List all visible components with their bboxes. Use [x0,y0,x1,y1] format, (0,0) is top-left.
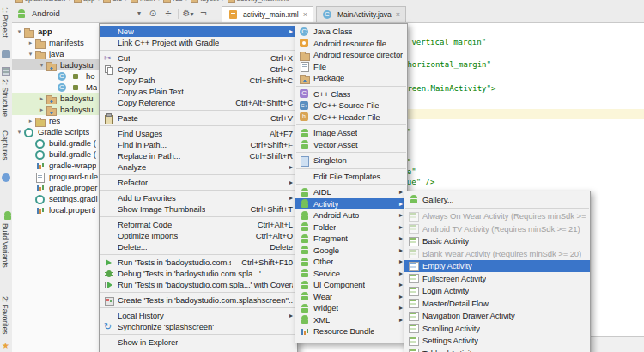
locate-icon[interactable]: ⊙ [145,9,161,18]
menu-item-refactor[interactable]: Refactor▸ [100,177,297,188]
menu-item-debug-tests-in-badoystudio-com-spla-[interactable]: Debug 'Tests in 'badoystudio.com.spla...… [100,268,297,279]
project-icon[interactable] [2,50,10,58]
tree-collapse-arrow-icon[interactable]: ▾ [15,28,23,35]
menu-item-find-usages[interactable]: Find UsagesAlt+F7 [100,128,297,139]
menu-item-copy[interactable]: CopyCtrl+C [100,64,297,75]
menu-item-master-detail-flow[interactable]: Master/Detail Flow [404,297,590,310]
tree-collapse-arrow-icon[interactable]: ▾ [27,51,34,58]
android-icon[interactable] [2,210,12,221]
menu-item-local-history[interactable]: Local History▸ [100,310,297,321]
menu-item-resource-bundle[interactable]: Resource Bundle [295,325,407,337]
tree-expand-arrow-icon[interactable]: ▸ [38,106,46,113]
menu-item-google[interactable]: Google▸ [295,245,407,257]
menu-item-create-tests-in-badoystudio-com-splashsc[interactable]: Create 'Tests in 'badoystudio.com.splash… [100,294,297,306]
menu-item-empty-activity[interactable]: Empty Activity [404,260,590,273]
menu-item-c-c-header-file[interactable]: C/C++ Header File [295,112,407,124]
menu-item-login-activity[interactable]: Login Activity [404,285,590,298]
menu-item-cut[interactable]: CutCtrl+X [100,52,297,64]
code-fragment: _vertical_margin" [407,38,486,46]
toolbar-divider [178,9,179,19]
menu-item-replace-in-path-[interactable]: Replace in Path...Ctrl+Shift+R [100,150,297,161]
menu-item-copy-as-plain-text[interactable]: Copy as Plain Text [100,86,297,97]
menu-item-gallery-[interactable]: Gallery... [404,193,590,206]
menu-item-synchronize-splashscreen-[interactable]: Synchronize 'splashscreen' [100,321,297,332]
menu-item-aidl[interactable]: AIDL▸ [295,186,407,198]
menu-item-file[interactable]: File [295,61,407,73]
menu-item-show-in-explorer[interactable]: Show in Explorer [100,337,297,348]
menu-item-copy-path[interactable]: Copy PathCtrl+Shift+C [100,75,297,86]
menu-item-scrolling-activity[interactable]: Scrolling Activity [404,322,590,335]
project-view-selector[interactable]: Android ▾ [15,9,141,19]
menu-item-fragment[interactable]: Fragment▸ [295,233,407,245]
menu-item-folder[interactable]: Folder▸ [295,222,407,234]
tool-button-build-variants[interactable]: Build Variants [1,223,9,268]
menu-item-xml[interactable]: XML▸ [295,314,407,326]
breadcrumb-item[interactable]: main [131,0,155,3]
tool-button-project[interactable]: 1: Project [1,7,9,38]
settings-icon[interactable]: ⚙▾ [180,9,196,18]
star-icon[interactable]: ★ [2,342,10,350]
tree-expand-arrow-icon[interactable]: ▸ [27,118,34,124]
menu-item-android-resource-file[interactable]: Android resource file [295,38,407,50]
close-icon[interactable]: × [301,10,307,19]
breadcrumb-item[interactable]: app [74,0,94,3]
tool-button-structure[interactable]: 2: Structure [1,79,9,117]
menu-item-edit-file-templates-[interactable]: Edit File Templates... [295,171,407,183]
tree-expand-arrow-icon[interactable]: ▸ [38,95,46,102]
menu-separator [296,124,406,125]
menu-item-find-in-path-[interactable]: Find in Path...Ctrl+Shift+F [100,139,297,150]
menu-item-service[interactable]: Service▸ [295,268,407,280]
menu-item-widget[interactable]: Widget▸ [295,302,407,314]
menu-item-basic-activity[interactable]: Basic Activity [404,235,590,248]
menu-item-run-tests-in-badoystudio-com-spla-with-c[interactable]: Run 'Tests in 'badoystudio.com.spla...' … [100,279,297,290]
menu-item-android-auto[interactable]: Android Auto▸ [295,209,407,222]
menu-item-analyze[interactable]: Analyze▸ [100,161,297,173]
close-icon[interactable]: × [394,10,400,19]
menu-item-run-tests-in-badoystudio-com-spla-[interactable]: Run 'Tests in 'badoystudio.com.spla...'C… [100,257,297,268]
tab-activity-main-xml[interactable]: activity_main.xml × [222,6,313,22]
menu-item-fullscreen-activity[interactable]: Fullscreen Activity [404,272,590,285]
structure-icon[interactable] [2,67,10,76]
menu-item-add-to-favorites[interactable]: Add to Favorites▸ [100,192,297,203]
menu-item-optimize-imports[interactable]: Optimize ImportsCtrl+Alt+O [100,230,297,241]
menu-item-java-class[interactable]: Java Class [295,26,407,38]
menu-item-show-image-thumbnails[interactable]: Show Image ThumbnailsCtrl+Shift+T [100,203,297,215]
hide-panel-icon[interactable]: ¬ [196,9,211,18]
collapse-all-icon[interactable]: ÷ [161,9,176,18]
tool-button-favorites[interactable]: 2: Favorites [1,296,9,334]
submenu-arrow-icon: ▸ [284,194,293,202]
menu-item-image-asset[interactable]: Image Asset [295,127,407,139]
menu-item-tabbed-activity[interactable]: Tabbed Activity [404,347,590,352]
menu-item-copy-reference[interactable]: Copy ReferenceCtrl+Alt+Shift+C [100,97,297,108]
menu-item-activity[interactable]: Activity▸ [295,198,407,210]
menu-item-settings-activity[interactable]: Settings Activity [404,335,590,348]
breadcrumb-item[interactable]: splashscreen [15,0,65,3]
breadcrumb-item[interactable]: layout [191,0,218,3]
menu-item-c-class[interactable]: C++ Class [295,88,407,100]
tab-mainactivity-java[interactable]: MainActivity.java × [316,6,406,22]
menu-item-reformat-code[interactable]: Reformat CodeCtrl+Alt+L [100,219,297,230]
menu-item-delete-[interactable]: Delete...Delete [100,241,297,252]
menu-item-paste[interactable]: PasteCtrl+V [100,112,297,124]
breadcrumb-item[interactable]: res [163,0,182,3]
menu-item-ui-component[interactable]: UI Component▸ [295,279,407,291]
menu-item-shortcut: Ctrl+C [259,64,293,74]
tree-collapse-arrow-icon[interactable]: ▾ [15,129,23,136]
breadcrumb-item[interactable]: activity_main.xml [228,0,289,3]
tree-expand-arrow-icon[interactable]: ▸ [27,39,34,46]
menu-item-package[interactable]: Package [295,72,407,84]
menu-item-singleton[interactable]: Singleton [295,155,407,167]
menu-item-other[interactable]: Other▸ [295,256,407,268]
menu-item-wear[interactable]: Wear▸ [295,291,407,303]
menu-item-link-c-project-with-gradle[interactable]: Link C++ Project with Gradle [100,37,297,48]
tool-button-captures[interactable]: Captures [1,130,9,161]
menu-item-android-resource-directory[interactable]: Android resource directory [295,49,407,61]
breadcrumb-item[interactable]: src [103,0,122,3]
blank-icon [103,204,115,215]
menu-item-navigation-drawer-activity[interactable]: Navigation Drawer Activity [404,310,590,323]
menu-item-vector-asset[interactable]: Vector Asset [295,139,407,151]
tree-collapse-arrow-icon[interactable]: ▾ [38,62,46,69]
menu-item-new[interactable]: New▸ [100,26,297,37]
captures-icon[interactable] [2,173,10,182]
menu-item-c-c-source-file[interactable]: C/C++ Source File [295,100,407,112]
